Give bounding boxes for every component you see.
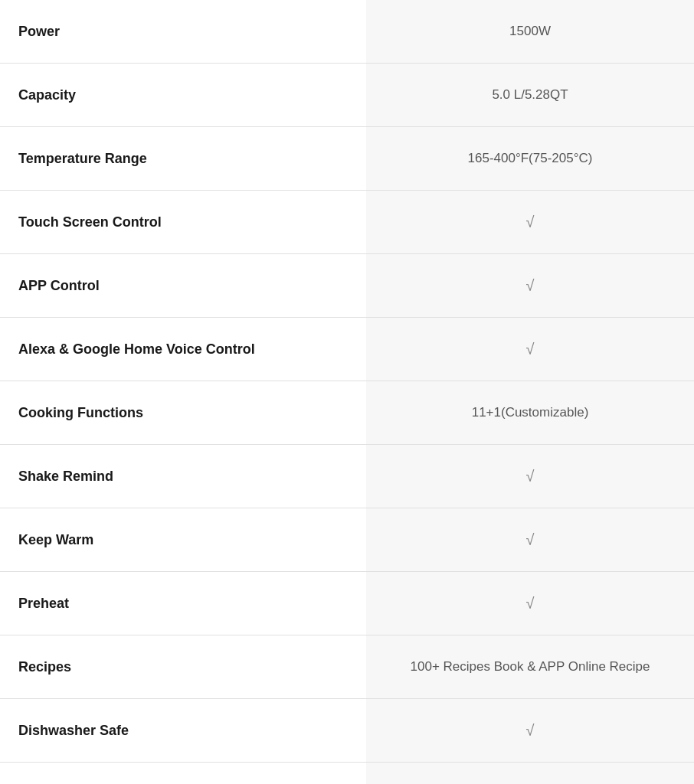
spec-value-4: √ [366,254,694,317]
spec-label-10: Recipes [0,644,366,691]
table-row: Automatic Shut-Off√ [0,763,694,784]
spec-label-6: Cooking Functions [0,390,366,436]
spec-value-7: √ [366,445,694,508]
spec-label-7: Shake Remind [0,453,366,500]
spec-label-1: Capacity [0,72,366,119]
table-row: Dishwasher Safe√ [0,699,694,763]
spec-label-4: APP Control [0,263,366,309]
table-row: Recipes100+ Recipes Book & APP Online Re… [0,635,694,699]
table-row: Alexa & Google Home Voice Control√ [0,318,694,381]
spec-label-12: Automatic Shut-Off [0,771,366,785]
table-row: APP Control√ [0,254,694,318]
spec-label-3: Touch Screen Control [0,199,366,246]
table-row: Touch Screen Control√ [0,191,694,254]
spec-value-11: √ [366,699,694,762]
spec-label-11: Dishwasher Safe [0,707,366,754]
spec-label-9: Preheat [0,580,366,627]
spec-value-1: 5.0 L/5.28QT [366,64,694,126]
spec-label-2: Temperature Range [0,136,366,182]
spec-label-5: Alexa & Google Home Voice Control [0,326,366,373]
table-row: Power1500W [0,0,694,64]
table-row: Preheat√ [0,572,694,635]
spec-label-0: Power [0,8,366,55]
spec-table: Power1500WCapacity5.0 L/5.28QTTemperatur… [0,0,694,784]
spec-value-10: 100+ Recipes Book & APP Online Recipe [366,635,694,698]
table-row: Cooking Functions11+1(Customizable) [0,381,694,445]
table-row: Temperature Range165-400°F(75-205°C) [0,127,694,191]
table-row: Keep Warm√ [0,508,694,572]
table-row: Shake Remind√ [0,445,694,508]
spec-value-2: 165-400°F(75-205°C) [366,127,694,190]
spec-value-6: 11+1(Customizable) [366,381,694,444]
spec-value-0: 1500W [366,0,694,63]
spec-value-9: √ [366,572,694,635]
table-row: Capacity5.0 L/5.28QT [0,64,694,127]
spec-value-5: √ [366,318,694,381]
spec-value-12: √ [366,763,694,784]
spec-label-8: Keep Warm [0,517,366,564]
spec-value-3: √ [366,191,694,253]
spec-value-8: √ [366,508,694,571]
